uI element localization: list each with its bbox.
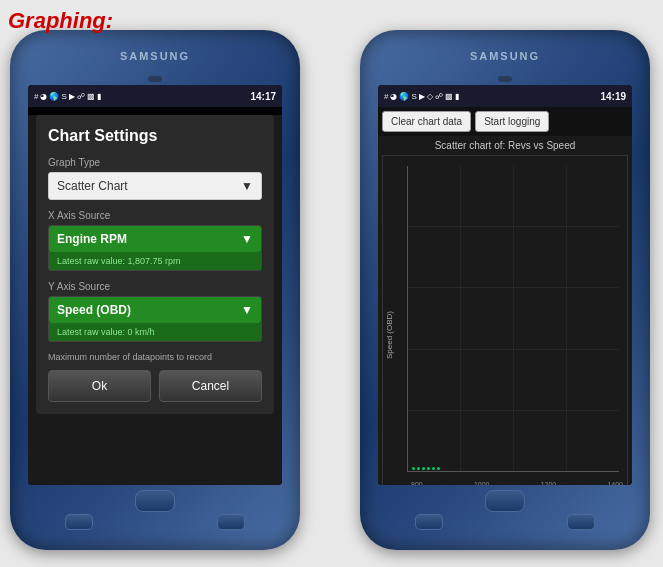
y-axis-source-label: Y Axis Source (48, 281, 262, 292)
bottom-buttons-right (415, 514, 595, 530)
battery-icon-r: ▮ (455, 92, 459, 101)
phone-screen-right: # ◕ 🌎 S ▶ ◇ ☍ ▩ ▮ 14:19 Clear chart data… (378, 85, 632, 485)
dot-6 (437, 467, 440, 470)
x-tick-1000: 1000 (474, 481, 490, 485)
graph-type-dropdown[interactable]: Scatter Chart ▼ (48, 172, 262, 200)
signal-icon: ▩ (87, 92, 95, 101)
start-logging-button[interactable]: Start logging (475, 111, 549, 132)
x-axis-source-label: X Axis Source (48, 210, 262, 221)
app-icon: 🌎 (49, 92, 59, 101)
dot-5 (432, 467, 435, 470)
chart-toolbar: Clear chart data Start logging (378, 107, 632, 136)
home-button-left[interactable] (135, 490, 175, 512)
x-axis-raw-value: Latest raw value: 1,807.75 rpm (57, 256, 181, 266)
grid-v-3 (566, 166, 567, 472)
x-axis-line (407, 471, 619, 472)
clear-chart-button[interactable]: Clear chart data (382, 111, 471, 132)
y-axis-label: Speed (OBD) (385, 299, 394, 359)
x-tick-1200: 1200 (541, 481, 557, 485)
y-axis-main: Speed (OBD) ▼ (49, 297, 261, 323)
s-icon-r: S (411, 92, 416, 101)
wifi-icon-r: ◕ (390, 92, 397, 101)
phone-top-button-left (148, 76, 162, 82)
y-axis-dropdown[interactable]: Speed (OBD) ▼ Latest raw value: 0 km/h (48, 296, 262, 342)
x-tick-labels: 800 1000 1200 1400 (411, 481, 623, 485)
battery-icon: ▮ (97, 92, 101, 101)
graph-type-label: Graph Type (48, 157, 262, 168)
y-axis-arrow-icon: ▼ (241, 303, 253, 317)
page-title: Graphing: (8, 8, 113, 34)
y-axis-line (407, 166, 408, 472)
dot-4 (427, 467, 430, 470)
cancel-button[interactable]: Cancel (159, 370, 262, 402)
status-bar-left: # ◕ 🌎 S ▶ ☍ ▩ ▮ 14:17 (28, 85, 282, 107)
signal-icon-r: ▩ (445, 92, 453, 101)
grid-v-1 (460, 166, 461, 472)
dot-1 (412, 467, 415, 470)
x-axis-main: Engine RPM ▼ (49, 226, 261, 252)
settings-title: Chart Settings (48, 127, 262, 145)
graph-type-arrow-icon: ▼ (241, 179, 253, 193)
status-icons-right: # ◕ 🌎 S ▶ ◇ ☍ ▩ ▮ (384, 92, 459, 101)
chart-settings-screen: Chart Settings Graph Type Scatter Chart … (28, 115, 282, 485)
dot-2 (417, 467, 420, 470)
x-axis-sub: Latest raw value: 1,807.75 rpm (49, 252, 261, 270)
scatter-data-points (412, 467, 440, 470)
back-button-right[interactable] (415, 514, 443, 530)
s-icon: S (61, 92, 66, 101)
back-button-left[interactable] (65, 514, 93, 530)
x-axis-dropdown[interactable]: Engine RPM ▼ Latest raw value: 1,807.75 … (48, 225, 262, 271)
wifi-icon: ◕ (40, 92, 47, 101)
status-bar-right: # ◕ 🌎 S ▶ ◇ ☍ ▩ ▮ 14:19 (378, 85, 632, 107)
status-time-left: 14:17 (250, 91, 276, 102)
grid-v-2 (513, 166, 514, 472)
samsung-label-left: SAMSUNG (120, 50, 190, 62)
chart-plot (407, 166, 619, 472)
status-time-right: 14:19 (600, 91, 626, 102)
phone-screen-left: # ◕ 🌎 S ▶ ☍ ▩ ▮ 14:17 Chart Settings Gra… (28, 85, 282, 485)
y-axis-sub: Latest raw value: 0 km/h (49, 323, 261, 341)
home-button-right[interactable] (485, 490, 525, 512)
chart-area: Speed (OBD) (382, 155, 628, 485)
ok-button[interactable]: Ok (48, 370, 151, 402)
phone-right: SAMSUNG # ◕ 🌎 S ▶ ◇ ☍ ▩ ▮ 14:19 Clear ch… (360, 30, 650, 550)
samsung-label-right: SAMSUNG (470, 50, 540, 62)
bluetooth-icon-r: ☍ (435, 92, 443, 101)
x-tick-1400: 1400 (607, 481, 623, 485)
app-icon-r: 🌎 (399, 92, 409, 101)
phone-top-button-right (498, 76, 512, 82)
x-axis-value: Engine RPM (57, 232, 127, 246)
hash-icon-r: # (384, 92, 388, 101)
dot-3 (422, 467, 425, 470)
obd-icon: ▶ (69, 92, 75, 101)
scatter-chart-screen: Clear chart data Start logging Scatter c… (378, 107, 632, 485)
graph-type-value: Scatter Chart (57, 179, 128, 193)
settings-content: Chart Settings Graph Type Scatter Chart … (36, 115, 274, 414)
hash-icon: # (34, 92, 38, 101)
x-tick-800: 800 (411, 481, 423, 485)
max-datapoints-label: Maximum number of datapoints to record (48, 352, 262, 362)
y-axis-raw-value: Latest raw value: 0 km/h (57, 327, 155, 337)
bottom-buttons-left (65, 514, 245, 530)
chart-subtitle: Scatter chart of: Revs vs Speed (378, 136, 632, 155)
menu-button-right[interactable] (567, 514, 595, 530)
x-axis-arrow-icon: ▼ (241, 232, 253, 246)
action-buttons: Ok Cancel (48, 370, 262, 402)
y-axis-value: Speed (OBD) (57, 303, 131, 317)
phone-left: SAMSUNG # ◕ 🌎 S ▶ ☍ ▩ ▮ 14:17 Chart Sett… (10, 30, 300, 550)
bluetooth-icon: ☍ (77, 92, 85, 101)
obd-icon-r: ▶ (419, 92, 425, 101)
menu-button-left[interactable] (217, 514, 245, 530)
status-icons-left: # ◕ 🌎 S ▶ ☍ ▩ ▮ (34, 92, 101, 101)
diamond-icon: ◇ (427, 92, 433, 101)
